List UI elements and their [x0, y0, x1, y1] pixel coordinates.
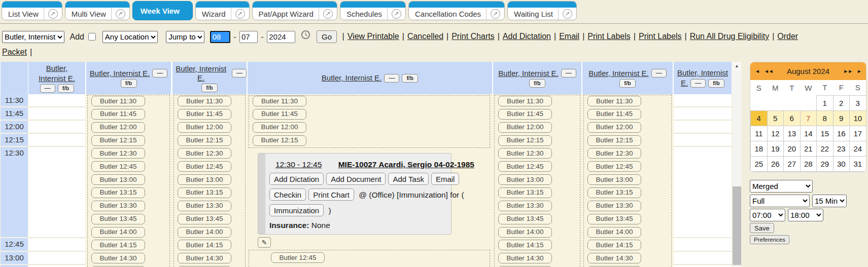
calendar-prev-month-icon[interactable]: ◄◄	[764, 68, 773, 74]
appointment-time-link[interactable]: 12:30 - 12:45	[275, 160, 322, 169]
calendar-day-24[interactable]: 24	[850, 141, 866, 156]
add-checkbox[interactable]	[88, 33, 96, 41]
slot-button[interactable]: Butler 11:30	[498, 96, 552, 106]
calendar-day-14[interactable]: 14	[800, 126, 817, 141]
slot-button[interactable]: Butler 13:45	[91, 214, 145, 224]
calendar-next-month-icon[interactable]: ►►	[843, 68, 852, 74]
slot-button[interactable]: Butler 12:00	[587, 122, 641, 133]
slot-button[interactable]: Butler 14:30	[178, 253, 231, 263]
calendar-day-4[interactable]: 4	[751, 110, 768, 126]
calendar-day-6[interactable]: 6	[784, 110, 801, 126]
slot-button[interactable]: Butler 14:00	[178, 227, 231, 238]
slot-button[interactable]: Butler 11:45	[498, 109, 552, 120]
tab-popup-button[interactable]: ↗	[319, 8, 337, 20]
tab-popup-button[interactable]: ↗	[231, 8, 249, 20]
calendar-day-3[interactable]: 3	[850, 95, 866, 110]
slot-button[interactable]: Butler 13:00	[178, 174, 231, 185]
collapse-column-button[interactable]: —	[232, 69, 247, 78]
slot-button[interactable]: Butler 13:00	[91, 174, 145, 185]
slot-button[interactable]: Butler 11:45	[253, 109, 306, 120]
calendar-day-1[interactable]: 1	[817, 95, 834, 110]
scrollbar-thumb[interactable]	[733, 186, 741, 265]
date-day-input[interactable]	[239, 31, 258, 43]
forward-back-button[interactable]: f/b	[201, 84, 218, 92]
calendar-day-29[interactable]: 29	[817, 156, 834, 171]
calendar-prev-year-icon[interactable]: ◄	[755, 68, 759, 74]
provider-header-link[interactable]: Butler, Internist	[677, 68, 728, 78]
provider-header-link[interactable]: Butler, Internist E.	[90, 69, 150, 78]
forward-back-button[interactable]: f/b	[58, 84, 74, 93]
tab-popup-button[interactable]: ↗	[44, 8, 62, 20]
email-button[interactable]: Email	[431, 173, 460, 185]
day-end-select[interactable]: 18:00	[788, 209, 823, 221]
calendar-day-30[interactable]: 30	[833, 156, 850, 171]
calendar-day-31[interactable]: 31	[850, 156, 866, 171]
calendar-day-15[interactable]: 15	[817, 126, 834, 141]
slot-button[interactable]: Butler 11:30	[178, 96, 231, 106]
calendar-day-5[interactable]: 5	[767, 110, 784, 126]
add-document-button[interactable]: Add Document	[326, 173, 386, 185]
slot-button[interactable]: Butler 12:30	[498, 148, 552, 159]
slot-button[interactable]: Butler 12:45	[587, 161, 641, 172]
slot-button[interactable]: Butler 12:00	[178, 122, 231, 133]
tab-wizard[interactable]: Wizard↗	[195, 1, 250, 20]
slot-button[interactable]: Butler 12:45	[91, 161, 145, 172]
link-cancelled[interactable]: Cancelled	[407, 32, 443, 41]
collapse-column-button[interactable]: —	[384, 74, 399, 83]
slot-button[interactable]: Butler 12:30	[587, 148, 641, 159]
calendar-day-25[interactable]: 25	[751, 156, 768, 171]
slot-button[interactable]: Butler 12:45	[178, 161, 231, 172]
tab-popup-button[interactable]: ↗	[111, 8, 129, 20]
slot-button[interactable]: Butler 14:30	[91, 253, 145, 263]
add-task-button[interactable]: Add Task	[388, 173, 428, 185]
slot-button[interactable]: Butler 12:15	[587, 135, 641, 146]
calendar-day-10[interactable]: 10	[850, 110, 866, 126]
link-print-charts[interactable]: Print Charts	[452, 32, 494, 41]
slot-button[interactable]: Butler 12:45	[271, 252, 325, 263]
print-chart-button[interactable]: Print Chart	[308, 188, 354, 201]
collapse-column-button[interactable]: —	[40, 84, 55, 93]
forward-back-button[interactable]: f/b	[619, 79, 636, 88]
patient-link[interactable]: MIE-10027 Acardi, Sergio 04-02-1985	[338, 160, 474, 169]
calendar-day-19[interactable]: 19	[767, 141, 784, 156]
save-button[interactable]: Save	[750, 223, 774, 233]
clock-icon[interactable]	[301, 29, 310, 45]
calendar-day-26[interactable]: 26	[767, 156, 784, 171]
edit-pencil-icon[interactable]: ✎	[258, 237, 271, 248]
tab-popup-button[interactable]: ↗	[387, 8, 405, 20]
slot-button[interactable]: Butler 12:15	[91, 135, 145, 146]
collapse-column-button[interactable]: —	[561, 69, 576, 78]
calendar-day-18[interactable]: 18	[751, 141, 768, 156]
slot-button[interactable]: Butler 13:30	[178, 201, 231, 211]
link-email[interactable]: Email	[559, 32, 579, 41]
tab-popup-button[interactable]: ↗	[486, 8, 504, 20]
slot-button[interactable]: Butler 13:00	[587, 174, 641, 185]
slot-button[interactable]: Butler 12:15	[253, 135, 306, 146]
date-month-input[interactable]	[210, 31, 230, 43]
slot-button[interactable]: Butler 13:30	[498, 201, 552, 211]
forward-back-button[interactable]: f/b	[121, 79, 137, 88]
calendar-day-11[interactable]: 11	[751, 126, 768, 141]
go-button[interactable]: Go	[317, 30, 337, 43]
scrollbar-up-arrow-icon[interactable]: ▲	[733, 62, 741, 70]
provider-header-link[interactable]: Butler, Internist E.	[588, 69, 648, 78]
slot-button[interactable]: Butler 13:00	[498, 174, 552, 185]
grid-scrollbar[interactable]: ▲	[733, 62, 741, 267]
slot-button[interactable]: Butler 14:15	[91, 240, 145, 250]
slot-button[interactable]: Butler 11:30	[253, 96, 306, 106]
date-year-input[interactable]	[267, 31, 295, 43]
calendar-day-20[interactable]: 20	[784, 141, 801, 156]
link-view-printable[interactable]: View Printable	[348, 32, 399, 41]
provider-header-link[interactable]: Internist E.	[39, 74, 75, 83]
slot-button[interactable]: Butler 13:15	[587, 187, 641, 198]
slot-button[interactable]: Butler 13:45	[498, 214, 552, 224]
provider-header-link[interactable]: Butler, Internist E.	[172, 64, 229, 83]
slot-button[interactable]: Butler 11:45	[587, 109, 641, 120]
calendar-day-22[interactable]: 22	[817, 141, 834, 156]
slot-button[interactable]: Butler 14:15	[178, 240, 231, 250]
slot-button[interactable]: Butler 12:15	[178, 135, 231, 146]
tab-cancellation-codes[interactable]: Cancellation Codes↗	[408, 1, 505, 20]
tab-week-view[interactable]: Week View	[132, 1, 193, 20]
slot-button[interactable]: Butler 14:30	[587, 253, 641, 263]
preferences-button[interactable]: Preferences	[750, 235, 789, 244]
